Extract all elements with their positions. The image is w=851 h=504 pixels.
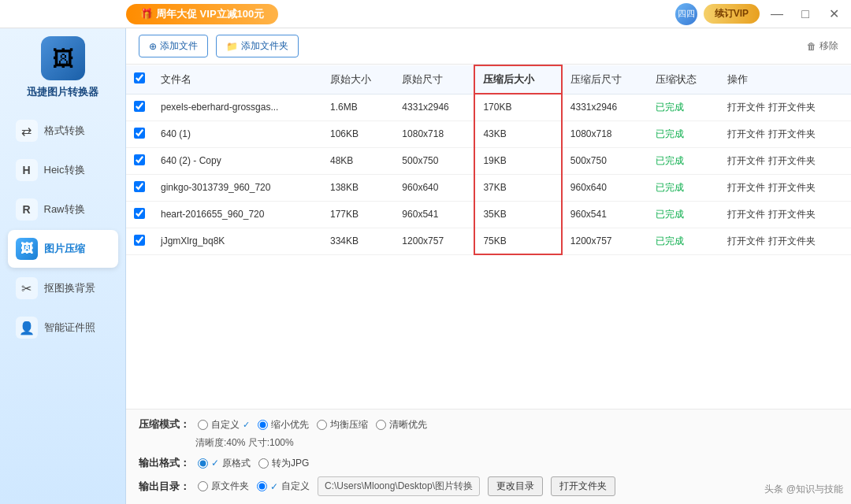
- row-orig-dim: 960x541: [394, 201, 474, 228]
- row-actions: 打开文件 打开文件夹: [719, 120, 851, 147]
- row-checkbox[interactable]: [134, 128, 145, 139]
- sidebar-item-id-photo[interactable]: 👤 智能证件照: [8, 309, 118, 346]
- row-orig-size: 48KB: [322, 147, 394, 174]
- open-file-link[interactable]: 打开文件: [727, 102, 765, 113]
- sidebar-item-compress[interactable]: 🖼 图片压缩: [8, 230, 118, 268]
- open-folder-link[interactable]: 打开文件夹: [768, 209, 816, 220]
- toolbar-left: ⊕ 添加文件 📁 添加文件夹: [139, 35, 299, 57]
- open-folder-link[interactable]: 打开文件夹: [768, 235, 816, 246]
- row-comp-dim: 1080x718: [562, 120, 648, 147]
- row-checkbox-cell: [126, 147, 153, 174]
- select-all-checkbox[interactable]: [134, 72, 145, 83]
- custom-checkmark: ✓: [243, 420, 250, 430]
- add-file-button[interactable]: ⊕ 添加文件: [139, 35, 208, 57]
- promo-banner[interactable]: 🎁 周年大促 VIP立减100元: [126, 4, 278, 24]
- open-folder-button[interactable]: 打开文件夹: [551, 476, 615, 496]
- row-checkbox[interactable]: [134, 101, 145, 112]
- header-filename: 文件名: [153, 65, 322, 94]
- mode-size-first[interactable]: 缩小优先: [258, 418, 309, 432]
- row-orig-dim: 1080x718: [394, 120, 474, 147]
- open-file-link[interactable]: 打开文件: [727, 155, 765, 166]
- row-actions: 打开文件 打开文件夹: [719, 228, 851, 254]
- row-checkbox[interactable]: [134, 208, 145, 219]
- open-folder-link[interactable]: 打开文件夹: [768, 182, 816, 193]
- row-orig-dim: 1200x757: [394, 228, 474, 254]
- header-checkbox[interactable]: [126, 65, 153, 94]
- minimize-button[interactable]: —: [766, 3, 788, 25]
- file-table-area: 文件名 原始大小 原始尺寸 压缩后大小 压缩后尺寸 压缩状态 操作 pexels…: [126, 65, 851, 409]
- restore-button[interactable]: □: [794, 3, 816, 25]
- row-orig-size: 106KB: [322, 120, 394, 147]
- watermark: 头条 @知识与技能: [764, 483, 843, 496]
- quality-row: 清晰度:40% 尺寸:100%: [195, 436, 838, 450]
- row-checkbox-cell: [126, 228, 153, 254]
- header-comp-dim: 压缩后尺寸: [562, 65, 648, 94]
- dir-custom[interactable]: ✓ 自定义: [257, 480, 310, 493]
- format-original[interactable]: ✓ 原格式: [198, 457, 251, 470]
- format-orig-check: ✓: [211, 458, 219, 469]
- app-logo-icon: [41, 36, 85, 80]
- format-jpg[interactable]: 转为JPG: [258, 457, 309, 470]
- sidebar-item-bg[interactable]: ✂ 抠图换背景: [8, 269, 118, 307]
- header-status: 压缩状态: [648, 65, 719, 94]
- vip-button[interactable]: 续订VIP: [704, 4, 760, 24]
- trash-icon: 🗑: [807, 41, 816, 52]
- row-orig-size: 138KB: [322, 174, 394, 201]
- open-file-link[interactable]: 打开文件: [727, 182, 765, 193]
- row-actions: 打开文件 打开文件夹: [719, 147, 851, 174]
- add-folder-button[interactable]: 📁 添加文件夹: [216, 35, 299, 57]
- open-file-link[interactable]: 打开文件: [727, 235, 765, 246]
- row-actions: 打开文件 打开文件夹: [719, 94, 851, 120]
- mode-custom[interactable]: 自定义 ✓: [198, 418, 250, 432]
- open-folder-link[interactable]: 打开文件夹: [768, 155, 816, 166]
- output-format-label: 输出格式：: [139, 456, 190, 470]
- row-filename: 640 (1): [153, 120, 322, 147]
- row-checkbox-cell: [126, 201, 153, 228]
- row-status: 已完成: [648, 228, 719, 254]
- sidebar-item-raw[interactable]: R Raw转换: [8, 191, 118, 228]
- row-comp-dim: 1200x757: [562, 228, 648, 254]
- row-checkbox[interactable]: [134, 181, 145, 192]
- row-status: 已完成: [648, 201, 719, 228]
- row-comp-size: 43KB: [474, 120, 561, 147]
- sidebar-item-label-heic: Heic转换: [44, 163, 85, 177]
- table-row: 640 (2) - Copy48KB500x75019KB500x750已完成打…: [126, 147, 851, 174]
- row-comp-dim: 4331x2946: [562, 94, 648, 120]
- row-status: 已完成: [648, 174, 719, 201]
- row-checkbox[interactable]: [134, 235, 145, 246]
- row-comp-size: 170KB: [474, 94, 561, 120]
- row-orig-size: 177KB: [322, 201, 394, 228]
- sidebar-item-label-compress: 图片压缩: [44, 242, 85, 256]
- sidebar-item-format[interactable]: ⇄ 格式转换: [8, 112, 118, 150]
- row-comp-dim: 500x750: [562, 147, 648, 174]
- open-folder-link[interactable]: 打开文件夹: [768, 128, 816, 139]
- close-button[interactable]: ✕: [823, 3, 845, 25]
- row-checkbox-cell: [126, 120, 153, 147]
- row-comp-size: 75KB: [474, 228, 561, 254]
- open-file-link[interactable]: 打开文件: [727, 128, 765, 139]
- remove-button[interactable]: 🗑 移除: [807, 39, 838, 53]
- row-actions: 打开文件 打开文件夹: [719, 201, 851, 228]
- row-status: 已完成: [648, 120, 719, 147]
- sidebar-item-label-bg: 抠图换背景: [44, 281, 95, 295]
- row-orig-dim: 500x750: [394, 147, 474, 174]
- promo-text: 周年大促 VIP立减100元: [156, 7, 264, 21]
- row-filename: ginkgo-3013739_960_720: [153, 174, 322, 201]
- row-filename: heart-2016655_960_720: [153, 201, 322, 228]
- change-dir-button[interactable]: 更改目录: [488, 476, 543, 496]
- row-orig-size: 334KB: [322, 228, 394, 254]
- row-comp-size: 37KB: [474, 174, 561, 201]
- mode-clear-first[interactable]: 清晰优先: [376, 418, 427, 432]
- row-orig-dim: 4331x2946: [394, 94, 474, 120]
- open-file-link[interactable]: 打开文件: [727, 209, 765, 220]
- sidebar: 迅捷图片转换器 ⇄ 格式转换 H Heic转换 R Raw转换 🖼 图片压缩 ✂…: [0, 28, 126, 504]
- table-row: 640 (1)106KB1080x71843KB1080x718已完成打开文件 …: [126, 120, 851, 147]
- mode-balanced[interactable]: 均衡压缩: [317, 418, 368, 432]
- sidebar-item-heic[interactable]: H Heic转换: [8, 151, 118, 189]
- row-comp-size: 19KB: [474, 147, 561, 174]
- dir-source-folder[interactable]: 原文件夹: [198, 480, 249, 493]
- table-row: jJgmXlrg_bq8K334KB1200x75775KB1200x757已完…: [126, 228, 851, 254]
- row-checkbox[interactable]: [134, 154, 145, 165]
- open-folder-link[interactable]: 打开文件夹: [768, 102, 816, 113]
- quality-text: 清晰度:40% 尺寸:100%: [195, 437, 294, 448]
